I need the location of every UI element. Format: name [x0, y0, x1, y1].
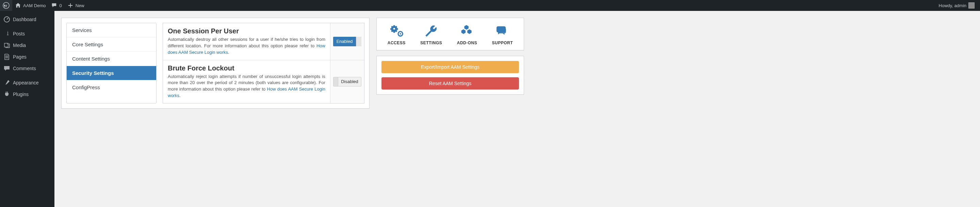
sidebar-item-plugins[interactable]: Plugins	[0, 89, 54, 100]
setting-row-one-session: One Session Per User Automatically destr…	[163, 23, 364, 60]
media-icon	[3, 42, 10, 49]
dashboard-icon	[3, 16, 10, 23]
chat-icon	[495, 24, 509, 38]
tab-label: Content Settings	[72, 56, 110, 62]
toggle-label: Enabled	[333, 39, 356, 44]
toggle-brute-force[interactable]: Disabled	[333, 77, 361, 86]
comment-count: 0	[59, 3, 62, 8]
settings-panel: Services Core Settings Content Settings …	[61, 18, 369, 108]
admin-sidebar: Dashboard Posts Media Pages Comments App…	[0, 11, 54, 112]
right-column: ACCESS SETTINGS ADD-ONS SUPPORT Export/I…	[376, 18, 524, 95]
admin-bar: AAM Demo 0 New Howdy, admin	[0, 0, 531, 11]
quicklink-access[interactable]: ACCESS	[388, 24, 406, 45]
tab-security-settings[interactable]: Security Settings	[67, 66, 156, 80]
new-label: New	[76, 3, 84, 8]
sidebar-item-media[interactable]: Media	[0, 40, 54, 51]
sidebar-item-label: Dashboard	[13, 17, 37, 22]
new-content[interactable]: New	[65, 0, 87, 11]
site-name-link[interactable]: AAM Demo	[12, 0, 48, 11]
toggle-knob	[334, 77, 338, 86]
comment-icon	[51, 2, 57, 8]
setting-row-brute-force: Brute Force Lockout Automatically reject…	[163, 60, 364, 103]
quicklink-settings[interactable]: SETTINGS	[420, 24, 442, 45]
wrench-icon	[424, 24, 438, 38]
sidebar-item-comments[interactable]: Comments	[0, 63, 54, 74]
setting-description: Automatically reject login attempts if n…	[168, 73, 325, 99]
sidebar-item-pages[interactable]: Pages	[0, 51, 54, 63]
sidebar-item-label: Posts	[13, 31, 25, 37]
comments-icon	[3, 65, 10, 72]
settings-table: One Session Per User Automatically destr…	[163, 23, 364, 104]
svg-point-2	[8, 44, 8, 45]
quicklink-addons[interactable]: ADD-ONS	[457, 24, 477, 45]
quicklink-label: SUPPORT	[492, 40, 513, 45]
tab-services[interactable]: Services	[67, 23, 156, 37]
setting-description: Automatically destroy all other sessions…	[168, 37, 325, 56]
sidebar-item-label: Plugins	[13, 92, 29, 97]
tab-core-settings[interactable]: Core Settings	[67, 37, 156, 52]
sidebar-item-label: Pages	[13, 54, 27, 60]
site-name: AAM Demo	[23, 3, 46, 8]
pages-icon	[3, 53, 10, 60]
wordpress-icon	[3, 2, 10, 9]
export-import-button[interactable]: Export/Import AAM Settings	[382, 61, 519, 73]
toggle-one-session[interactable]: Enabled	[333, 37, 362, 46]
pin-icon	[3, 30, 10, 37]
quicklink-label: ACCESS	[388, 40, 406, 45]
settings-tabs: Services Core Settings Content Settings …	[66, 23, 156, 104]
toggle-label: Disabled	[338, 79, 361, 84]
tab-configpress[interactable]: ConfigPress	[67, 80, 156, 94]
tab-content-settings[interactable]: Content Settings	[67, 52, 156, 66]
quicklink-label: SETTINGS	[420, 40, 442, 45]
setting-title: Brute Force Lockout	[168, 64, 325, 72]
setting-title: One Session Per User	[168, 27, 325, 35]
toggle-knob	[356, 37, 361, 46]
sidebar-item-dashboard[interactable]: Dashboard	[0, 14, 54, 25]
cubes-icon	[460, 24, 474, 38]
content-area: Services Core Settings Content Settings …	[54, 11, 531, 112]
plug-icon	[3, 91, 10, 98]
home-icon	[15, 2, 21, 8]
sidebar-item-label: Appearance	[13, 80, 39, 86]
quicklink-support[interactable]: SUPPORT	[492, 24, 513, 45]
sidebar-item-posts[interactable]: Posts	[0, 28, 54, 40]
tab-label: Services	[72, 27, 92, 33]
plus-icon	[67, 2, 73, 8]
tab-label: ConfigPress	[72, 84, 100, 90]
action-buttons-card: Export/Import AAM Settings Reset AAM Set…	[376, 56, 524, 95]
brush-icon	[3, 79, 10, 86]
wp-logo[interactable]	[0, 0, 12, 11]
gears-icon	[390, 24, 403, 38]
quicklink-label: ADD-ONS	[457, 40, 477, 45]
sidebar-item-label: Comments	[13, 66, 36, 71]
sidebar-item-label: Media	[13, 43, 26, 48]
tab-label: Core Settings	[72, 41, 103, 47]
comments-bubble[interactable]: 0	[48, 0, 64, 11]
svg-point-0	[3, 2, 9, 8]
svg-point-4	[400, 33, 401, 34]
quicklinks-card: ACCESS SETTINGS ADD-ONS SUPPORT	[376, 18, 524, 50]
tab-label: Security Settings	[72, 70, 114, 76]
sidebar-item-appearance[interactable]: Appearance	[0, 77, 54, 89]
reset-button[interactable]: Reset AAM Settings	[382, 77, 519, 89]
